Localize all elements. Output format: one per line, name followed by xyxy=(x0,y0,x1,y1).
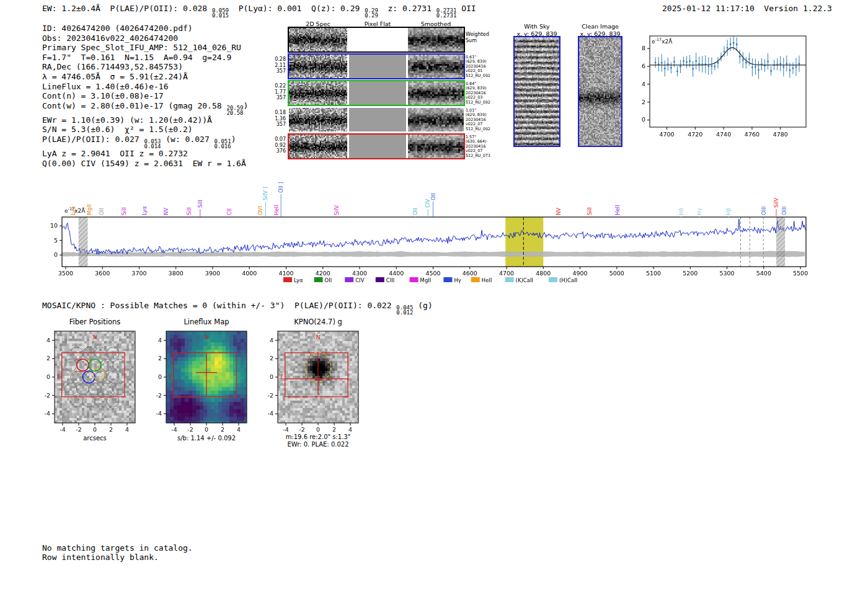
svg-text:0: 0 xyxy=(46,373,50,380)
fiber-circle xyxy=(64,383,77,395)
compass-east: E xyxy=(57,374,61,380)
elixer-detection-report: EW: 1.2±0.4Å P(LAE)/P(OII): 0.028 0.0590… xyxy=(0,0,868,591)
svg-text:-2: -2 xyxy=(299,426,304,433)
selected-fiber-circle xyxy=(83,371,95,383)
svg-text:4: 4 xyxy=(158,337,162,344)
compass-north: N xyxy=(93,334,97,340)
svg-text:4: 4 xyxy=(348,426,352,433)
svg-text:4: 4 xyxy=(237,426,241,433)
svg-text:2: 2 xyxy=(46,355,50,362)
svg-text:-4: -4 xyxy=(268,410,273,417)
fiber-circle xyxy=(107,371,120,383)
cutout-overlays: -4-4-2-2002244NE-4-4-2-2002244NE-4-4-2-2… xyxy=(0,0,868,591)
svg-text:-2: -2 xyxy=(156,392,162,399)
svg-text:2: 2 xyxy=(221,426,224,433)
svg-text:2: 2 xyxy=(270,355,273,362)
fiber-circle xyxy=(113,359,125,371)
selected-fiber-circle xyxy=(77,359,89,371)
fiber-circle xyxy=(101,383,113,395)
compass-north: N xyxy=(205,334,209,340)
svg-text:-4: -4 xyxy=(60,426,65,433)
svg-text:0: 0 xyxy=(316,426,320,433)
extraction-box xyxy=(174,353,236,397)
svg-text:0: 0 xyxy=(158,373,162,380)
fiber-circle xyxy=(64,359,77,371)
extraction-box xyxy=(285,353,348,397)
svg-text:-2: -2 xyxy=(268,392,273,399)
compass-east: E xyxy=(280,374,284,380)
svg-text:4: 4 xyxy=(125,426,129,433)
fiber-circle xyxy=(95,347,107,360)
compass-east: E xyxy=(169,374,172,380)
svg-text:0: 0 xyxy=(93,426,97,433)
svg-text:-4: -4 xyxy=(45,410,50,417)
svg-text:2: 2 xyxy=(158,355,162,362)
fiber-circle xyxy=(113,383,125,395)
fiber-circle xyxy=(83,347,95,360)
svg-text:-2: -2 xyxy=(187,426,193,433)
fiber-circle xyxy=(71,371,83,383)
svg-text:2: 2 xyxy=(332,426,336,433)
svg-text:-2: -2 xyxy=(76,426,81,433)
svg-text:0: 0 xyxy=(270,373,273,380)
fiber-circle xyxy=(77,383,89,395)
svg-text:-4: -4 xyxy=(283,426,288,433)
svg-text:-4: -4 xyxy=(171,426,177,433)
svg-text:4: 4 xyxy=(46,337,50,344)
svg-text:-4: -4 xyxy=(156,410,162,417)
svg-text:-2: -2 xyxy=(45,392,50,399)
svg-text:2: 2 xyxy=(109,426,113,433)
svg-text:0: 0 xyxy=(205,426,208,433)
fiber-circle xyxy=(71,347,83,360)
compass-north: N xyxy=(316,334,321,340)
fiber-circle xyxy=(89,383,101,395)
svg-text:4: 4 xyxy=(270,337,273,344)
fiber-circle xyxy=(107,347,120,360)
